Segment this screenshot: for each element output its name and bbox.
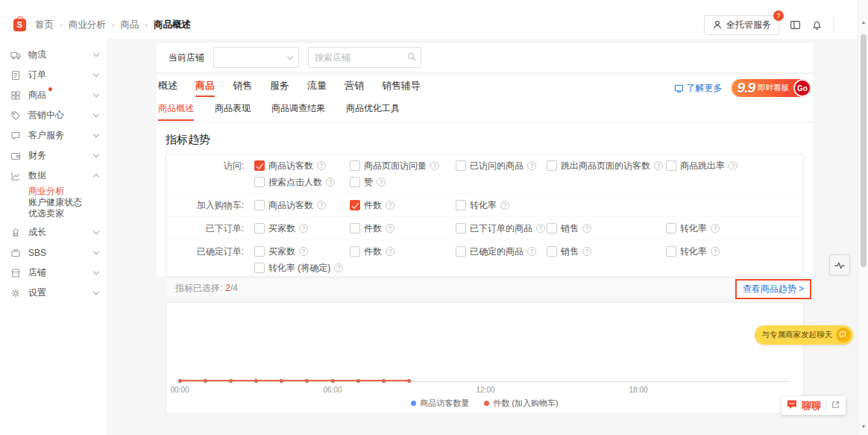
checkbox-unchecked[interactable]: [547, 246, 557, 257]
metric-option[interactable]: 商品访客数?: [254, 160, 350, 172]
tab-流量[interactable]: 流量: [307, 79, 327, 97]
info-icon[interactable]: ?: [430, 161, 439, 170]
sidebar-subitem-preferred-seller[interactable]: 优选卖家: [0, 208, 107, 219]
sidebar-subitem-business-analysis[interactable]: 商业分析: [0, 186, 107, 197]
checkbox-unchecked[interactable]: [254, 177, 265, 187]
checkbox-unchecked[interactable]: [254, 223, 265, 234]
info-icon[interactable]: ?: [711, 247, 720, 256]
sidebar-item-sbs[interactable]: SBS: [0, 242, 107, 263]
metric-option[interactable]: 商品跳出率?: [666, 160, 803, 172]
metric-option[interactable]: 买家数?: [254, 222, 350, 235]
sidebar-item-shop[interactable]: 店铺: [0, 263, 107, 283]
checkbox-unchecked[interactable]: [547, 223, 557, 234]
sidebar-item-logistics[interactable]: 物流: [0, 45, 107, 65]
info-icon[interactable]: ?: [377, 178, 386, 187]
checkbox-unchecked[interactable]: [456, 200, 466, 210]
checkbox-unchecked[interactable]: [456, 160, 466, 171]
panel-toggle-icon[interactable]: [790, 19, 801, 31]
promo-go-button[interactable]: Go: [793, 79, 811, 97]
scrollbar-thumb[interactable]: [861, 34, 867, 267]
bell-icon[interactable]: [811, 19, 823, 31]
checkbox-unchecked[interactable]: [350, 177, 360, 187]
checkbox-unchecked[interactable]: [254, 246, 265, 257]
info-icon[interactable]: ?: [711, 224, 720, 233]
checkbox-unchecked[interactable]: [666, 246, 676, 257]
info-icon[interactable]: ?: [317, 201, 326, 210]
checkbox-unchecked[interactable]: [666, 160, 676, 171]
subtab-商品调查结果[interactable]: 商品调查结果: [271, 102, 325, 121]
sidebar-subitem-account-health[interactable]: 账户健康状态: [0, 197, 107, 208]
metric-option[interactable]: 已访问的商品?: [456, 160, 547, 172]
info-icon[interactable]: ?: [334, 263, 343, 272]
tab-销售[interactable]: 销售: [233, 79, 252, 97]
checkbox-unchecked[interactable]: [456, 223, 466, 234]
scroll-up-arrow[interactable]: ▲: [858, 19, 868, 25]
metric-option[interactable]: 已确定的商品?: [456, 245, 547, 258]
chat-tooltip[interactable]: 与专属商家发起聊天: [755, 325, 854, 345]
legend-item[interactable]: 商品访客数量: [411, 398, 469, 409]
checkbox-unchecked[interactable]: [254, 200, 265, 210]
metric-option[interactable]: 转化率?: [456, 199, 547, 212]
checkbox-unchecked[interactable]: [456, 246, 466, 257]
tab-销售辅导[interactable]: 销售辅导: [382, 79, 421, 97]
info-icon[interactable]: ?: [582, 224, 591, 233]
info-icon[interactable]: ?: [527, 161, 536, 170]
checkbox-unchecked[interactable]: [350, 246, 360, 257]
info-icon[interactable]: ?: [326, 178, 335, 187]
info-icon[interactable]: ?: [299, 224, 308, 233]
checkbox-checked[interactable]: [350, 200, 360, 210]
info-icon[interactable]: ?: [536, 224, 545, 233]
checkbox-unchecked[interactable]: [547, 160, 557, 171]
metric-option[interactable]: 商品页面访问量?: [350, 160, 456, 172]
metric-option[interactable]: 件数?: [350, 222, 456, 235]
learn-more-link[interactable]: 了解更多: [674, 82, 723, 95]
metric-option[interactable]: 转化率?: [666, 245, 803, 258]
store-select[interactable]: [213, 47, 299, 68]
tab-营销[interactable]: 营销: [345, 79, 364, 97]
sidebar-item-finance[interactable]: 财务: [0, 145, 107, 166]
sidebar-item-data[interactable]: 数据: [0, 166, 107, 186]
info-icon[interactable]: ?: [386, 201, 394, 210]
info-icon[interactable]: ?: [729, 161, 738, 170]
checkbox-unchecked[interactable]: [350, 160, 360, 171]
tab-服务[interactable]: 服务: [270, 79, 289, 97]
window-scrollbar[interactable]: ▲ ▼: [858, 0, 868, 435]
tab-商品[interactable]: 商品: [195, 79, 215, 97]
info-icon[interactable]: ?: [317, 161, 326, 170]
breadcrumb-item-2[interactable]: 商品: [120, 19, 139, 31]
metric-option[interactable]: 件数?: [350, 199, 456, 212]
metric-option[interactable]: 赞?: [350, 176, 456, 189]
info-icon[interactable]: ?: [654, 161, 663, 170]
metric-option[interactable]: 转化率 (将确定)?: [254, 262, 350, 275]
metrics-compare-float-button[interactable]: [829, 254, 850, 275]
promo-banner[interactable]: 9.9 即时看板 Go: [732, 79, 808, 97]
sidebar-item-customer-service[interactable]: 客户服务: [0, 125, 107, 145]
sidebar-item-marketing-center[interactable]: 营销中心: [0, 105, 107, 125]
metric-option[interactable]: 件数?: [350, 245, 456, 258]
checkbox-checked[interactable]: [254, 160, 265, 171]
info-icon[interactable]: ?: [386, 224, 394, 233]
metric-option[interactable]: 销售?: [547, 245, 666, 258]
checkbox-unchecked[interactable]: [350, 223, 360, 234]
sidebar-item-orders[interactable]: 订单: [0, 65, 107, 85]
subtab-商品表现[interactable]: 商品表现: [215, 102, 251, 121]
chat-button[interactable]: 聊聊: [781, 396, 846, 415]
breadcrumb-item-1[interactable]: 商业分析: [69, 19, 106, 31]
sidebar-item-products[interactable]: 商品: [0, 85, 107, 105]
managed-service-button[interactable]: 全托管服务 7: [704, 15, 779, 35]
legend-item[interactable]: 件数 (加入购物车): [484, 398, 558, 409]
info-icon[interactable]: ?: [299, 247, 308, 256]
info-icon[interactable]: ?: [527, 247, 536, 256]
metric-option[interactable]: 跳出商品页面的访客数?: [547, 160, 666, 172]
checkbox-unchecked[interactable]: [666, 223, 676, 234]
metric-option[interactable]: 商品访客数?: [254, 199, 350, 212]
checkbox-unchecked[interactable]: [254, 263, 265, 273]
sidebar-item-growth[interactable]: 成长: [0, 222, 107, 242]
tab-概述[interactable]: 概述: [158, 79, 177, 97]
subtab-商品优化工具[interactable]: 商品优化工具: [346, 102, 400, 121]
metric-option[interactable]: 搜索点击人数?: [254, 176, 350, 189]
info-icon[interactable]: ?: [582, 247, 591, 256]
metric-option[interactable]: 已下订单的商品?: [456, 222, 547, 235]
breadcrumb-item-0[interactable]: 首页: [35, 19, 54, 31]
shopee-logo-icon[interactable]: S: [13, 19, 26, 31]
